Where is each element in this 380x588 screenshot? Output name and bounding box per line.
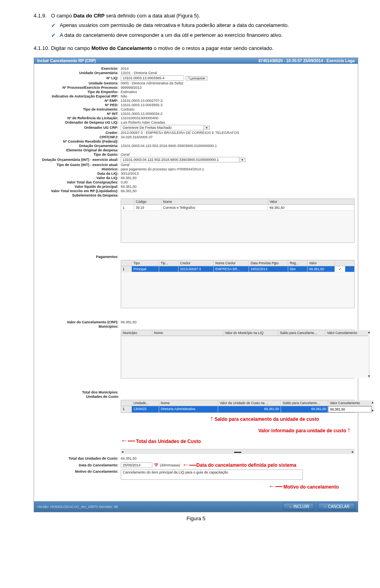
gc: 1 xyxy=(121,406,132,412)
window-titlebar: Incluir Cancelamento RP (CRP) 6745143852… xyxy=(34,58,358,64)
lbl-motivo: Motivo do Cancelamento: xyxy=(37,470,121,473)
gh: Nome xyxy=(162,199,268,204)
gh xyxy=(121,260,132,266)
gc: 1 xyxy=(121,266,132,272)
lbl-tipoemp: Tipo de Empenho: xyxy=(37,90,121,94)
checkbox-icon[interactable]: ✓ xyxy=(335,266,345,272)
lbl-elemorig: Elemento Original de despesa: xyxy=(37,148,121,152)
bullet1-text: Apenas usuários com permissão de data re… xyxy=(60,21,289,30)
val-uo: 13101 - Diretoria Geral xyxy=(121,71,157,75)
gh: Nome xyxy=(159,400,218,406)
search-button[interactable]: 🔍pesquisar xyxy=(186,76,207,80)
lbl-mun: Municípios: xyxy=(37,325,121,328)
lbl-valliqprinc: Valor líquido do principal: xyxy=(37,185,121,189)
lbl-totuc: Total das Unidades de Custo: xyxy=(37,456,121,460)
input-valor-cancel[interactable]: 69.381,50 xyxy=(328,406,372,412)
lbl-tipogastoint: Tipo de Gasto (INT) - exercício atual: xyxy=(37,163,121,167)
check-icon: ✓ xyxy=(51,31,56,40)
calendar-icon[interactable]: 📅 xyxy=(154,463,158,467)
lbl-pagamentos: Pagamentos: xyxy=(37,255,121,259)
check-icon: ✓ xyxy=(51,21,56,30)
lbl-nemp: Nº EMP: xyxy=(37,99,121,103)
val-totuc: 69.381,50 xyxy=(121,456,137,460)
gc: 24/02/2014 xyxy=(249,266,288,272)
scrollbar-v[interactable]: ▴▾ xyxy=(368,330,370,378)
lbl-liq: Nº LIQ: xyxy=(37,76,121,80)
select-dotorcint[interactable]: 13101.0003.04.122.502.2018.9900.33903900… xyxy=(121,157,239,162)
window-title: Incluir Cancelamento RP (CRP) xyxy=(37,59,96,63)
figure-caption: Figura 5 xyxy=(34,515,358,521)
val-tipoemp: Estimativo xyxy=(121,90,137,94)
gh: Valor da Unidade de Custo na ... xyxy=(218,400,281,406)
gh xyxy=(335,260,345,266)
val-reflic: 1310100031300000400 xyxy=(121,116,158,120)
sec-num: 4.1.9. xyxy=(34,12,51,20)
t1c: será definido com a data atual (Figura 5… xyxy=(104,13,200,19)
gh: Nome Credor xyxy=(214,260,249,266)
gc: 69.381,50 xyxy=(268,205,319,210)
lbl-uo: Unidade Orçamentária: xyxy=(37,71,121,75)
gh: Valor Cancelamento xyxy=(328,400,371,406)
annot-data: Data do cancelamento definida pelo siste… xyxy=(196,462,296,468)
val-proc: 999999/2013 xyxy=(121,86,142,90)
lbl-valconsig: Valor Total das Consignações: xyxy=(37,180,121,184)
table-row-selected[interactable]: 1 Principal 2013.00097-3 EMPRESA BR... 2… xyxy=(121,266,354,272)
arrow-left-icon: ←— xyxy=(121,437,135,445)
gh: Credor xyxy=(179,260,214,266)
incluir-button[interactable]: → INCLUIR xyxy=(283,503,314,510)
gc xyxy=(159,266,179,272)
val-dataliq: 30/12/2013 xyxy=(121,172,139,176)
val-hist: para pagamento do processo sipro nº00584… xyxy=(121,167,204,171)
gh xyxy=(121,199,134,204)
select-ordugcrp[interactable]: Genivieve De Freitas Machado xyxy=(121,125,204,130)
scrollbar-h[interactable]: ◂▬▬▸ xyxy=(121,449,355,454)
val-valconsig: 0,00 xyxy=(121,180,128,184)
lbl-dotorc: Dotação Orçamentária: xyxy=(37,144,121,148)
input-datacanc[interactable]: 25/09/2014 xyxy=(121,462,152,468)
gh: Tip... xyxy=(159,260,179,266)
gc: 69.381,50 xyxy=(281,406,328,412)
grid-pagamentos: Tipo Tip... Credor Nome Credor Data Prev… xyxy=(121,260,355,308)
scrollbar-v[interactable]: ▴▾ xyxy=(372,400,374,412)
gc: Diretoria Administrativa xyxy=(159,406,218,412)
lbl-ordugliq: Ordenador de Despesa UG LIQ: xyxy=(37,120,121,124)
t2b: Motivo do Cancelamento xyxy=(91,45,152,51)
dropdown-icon[interactable]: ▾ xyxy=(203,126,210,130)
gc: Sim xyxy=(288,266,308,272)
val-tipogastoint: Geral xyxy=(121,163,129,167)
gh: Tipo xyxy=(132,260,159,266)
val-nped: 13101.0003.13.0003555-3 xyxy=(121,103,163,107)
lbl-valtotrp: Valor Total Inscrito em RP (Liquidados): xyxy=(37,189,121,193)
gc: 39.19 xyxy=(134,205,162,210)
val-valliqprinc: 69.381,50 xyxy=(121,185,137,189)
grid-subelementos: Código Nome Valor 1 39.19 Correios e Tel… xyxy=(121,199,355,243)
dropdown-icon[interactable]: ▾ xyxy=(239,158,245,162)
table-row-selected[interactable]: 1 1300023 Diretoria Administrativa 69.38… xyxy=(121,406,372,412)
val-valtotrp: 69.381,50 xyxy=(121,189,137,193)
gh: Valor xyxy=(268,199,319,204)
lbl-nped: Nº PED: xyxy=(37,103,121,107)
grid-municipios: Município Nome Valor do Município na LIQ… xyxy=(121,330,355,378)
arrow-left-icon: ←— xyxy=(182,461,196,469)
lbl-ordugcrp: Ordenador UG CRP: xyxy=(37,126,121,130)
textarea-motivo[interactable]: Cancelamento do item principal da LIQ pa… xyxy=(121,470,303,480)
bullet-2: ✓A data do cancelamento deve corresponde… xyxy=(34,31,358,40)
arrow-up-icon: ↑ xyxy=(347,426,351,434)
t2c: o motivo de o restos a pagar estar sendo… xyxy=(152,45,274,51)
lbl-subel: Subelementos da Despesa: xyxy=(37,193,121,197)
search-btn-text: pesquisar xyxy=(192,76,205,80)
val-nemp: 13101.0003.13.0002707-3 xyxy=(121,99,163,103)
gc: Principal xyxy=(132,266,159,272)
annot-saldo: ↑ Saldo para cancelamento da unidade de … xyxy=(121,414,355,423)
table-row[interactable]: 1 39.19 Correios e Telégrafos 69.381,50 xyxy=(121,205,354,210)
bullet2-text: A data do cancelamento deve corresponder… xyxy=(60,31,283,40)
grid-unidadescusto: Unidade... Nome Valor da Unidade de Cust… xyxy=(121,400,355,413)
val-valcrp: 69.381,50 xyxy=(121,320,137,324)
input-liq[interactable]: 13101.0003.13.0003365-4 xyxy=(121,75,184,81)
gc: Correios e Telégrafos xyxy=(162,205,268,210)
hint-datacanc: (ddmmaaaa) xyxy=(160,463,180,467)
lbl-tipogasto: Tipo de Gasto: xyxy=(37,153,121,157)
cancelar-button[interactable]: → CANCELAR xyxy=(318,503,355,510)
gc: 69.381,50 xyxy=(308,266,335,272)
gh: Valor Cancelamento xyxy=(325,330,368,336)
